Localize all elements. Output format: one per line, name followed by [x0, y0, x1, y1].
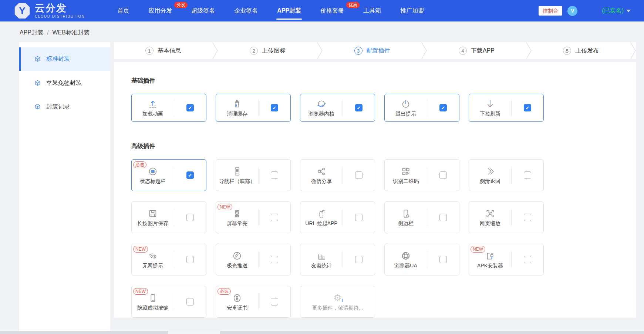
logo-letter: Y [19, 5, 25, 17]
nav-item-label: 工具箱 [363, 7, 381, 15]
step-5[interactable]: 5上传发布 [532, 42, 630, 59]
nav-item-6[interactable]: 价格套餐优惠 [311, 0, 354, 21]
pull-refresh-icon [485, 98, 496, 110]
plugin-checkbox[interactable] [186, 298, 194, 305]
plugin-card-label: 加载动画 [142, 111, 163, 117]
cube-icon [34, 56, 41, 63]
upload-animation-icon [147, 98, 158, 110]
plugin-checkbox[interactable] [271, 214, 278, 221]
plugin-checkbox[interactable] [271, 171, 278, 179]
plugin-config-panel: 基础插件 加载动画 ✔ 清理缓存 ✔ 浏览器内核 ✔ [114, 62, 636, 318]
step-2[interactable]: 2上传图标 [218, 42, 317, 59]
sidebar-item-1[interactable]: 标准封装 [19, 47, 110, 71]
plugin-card[interactable]: 必选 状态标题栏 ✔ [131, 159, 206, 191]
sidebar-item-label: 标准封装 [46, 55, 70, 63]
horizontal-scrollbar[interactable] [0, 331, 644, 334]
breadcrumb-app-package[interactable]: APP封装 [20, 29, 43, 37]
plugin-card[interactable]: NEW APK安装器 [469, 244, 544, 275]
step-3[interactable]: 3配置插件 [323, 42, 421, 59]
plugin-card[interactable]: 加载动画 ✔ [131, 94, 206, 122]
plugin-card-label: APK安装器 [477, 263, 503, 269]
nav-item-3[interactable]: 超级签名 [182, 0, 225, 21]
plugin-checkbox[interactable] [355, 171, 363, 179]
plugin-card-label: 网页缩放 [480, 220, 500, 227]
step-number: 3 [354, 47, 363, 55]
plugin-checkbox[interactable] [355, 214, 363, 221]
top-right-cluster: 控制台 V (已实名) [539, 6, 631, 16]
plugin-checkbox[interactable] [271, 298, 278, 305]
plugin-card[interactable]: 下拉刷新 ✔ [469, 94, 544, 122]
nav-item-1[interactable]: 首页 [108, 0, 139, 21]
nav-item-2[interactable]: 应用分发分发 [139, 0, 182, 21]
plugin-card[interactable]: NEW 无网提示 [131, 244, 206, 275]
plugin-checkbox[interactable] [186, 214, 194, 221]
plugin-checkbox[interactable] [524, 256, 531, 263]
step-label: 基本信息 [158, 47, 181, 55]
browser-ua-icon [400, 250, 411, 261]
plugin-checkbox[interactable]: ✔ [271, 104, 278, 111]
plugin-card[interactable]: NEW 隐藏虚拟按键 [131, 286, 206, 318]
plugin-card[interactable]: 网页缩放 [469, 201, 544, 233]
apk-installer-icon [485, 250, 496, 261]
plugin-card-label: 长按图片保存 [137, 220, 168, 227]
plugin-card[interactable]: 必选 安卓证书 [216, 286, 291, 318]
plugin-card[interactable]: 识别二维码 [384, 159, 459, 191]
plugin-card[interactable]: URL 拉起APP [300, 201, 375, 233]
plugin-card[interactable]: 侧滑返回 [469, 159, 544, 191]
nav-item-7[interactable]: 工具箱 [354, 0, 391, 21]
step-4[interactable]: 4下载APP [427, 42, 526, 59]
no-network-icon [147, 250, 158, 261]
plugin-card[interactable]: 退出提示 ✔ [384, 94, 459, 122]
step-chevron-icon [630, 42, 636, 59]
url-launch-icon [316, 208, 327, 219]
plugin-card[interactable]: 极光推送 [216, 244, 291, 275]
plugin-checkbox[interactable] [439, 171, 447, 179]
step-label: 配置插件 [367, 47, 390, 55]
horizontal-scrollbar-thumb[interactable] [168, 331, 220, 334]
console-button[interactable]: 控制台 [539, 6, 562, 16]
nav-item-5[interactable]: APP封装 [267, 0, 311, 21]
plugin-card[interactable]: 长按图片保存 [131, 201, 206, 233]
breadcrumb-current: WEB标准封装 [52, 29, 89, 37]
plugin-checkbox[interactable] [524, 214, 531, 221]
plugin-checkbox[interactable] [439, 256, 447, 263]
plugin-card[interactable]: 浏览器UA [384, 244, 459, 275]
steps-bar: 1基本信息2上传图标3配置插件4下载APP5上传发布 [114, 42, 636, 59]
step-chevron-icon [317, 42, 323, 59]
screen-bright-icon [232, 208, 243, 219]
plugin-checkbox[interactable] [271, 256, 278, 263]
sidebar-item-2[interactable]: 苹果免签封装 [19, 71, 110, 95]
plugin-card[interactable]: 浏览器内核 ✔ [300, 94, 375, 122]
nav-item-4[interactable]: 企业签名 [225, 0, 267, 21]
step-1[interactable]: 1基本信息 [114, 42, 212, 59]
sidebar-item-3[interactable]: 封装记录 [19, 95, 110, 118]
realname-dropdown[interactable]: (已实名) [602, 7, 631, 15]
plugin-checkbox[interactable]: ✔ [355, 104, 363, 111]
logo[interactable]: Y 云分发 CLOUD DISTRIBUTION [14, 3, 85, 19]
plugin-checkbox[interactable] [186, 256, 194, 263]
plugin-checkbox[interactable] [524, 171, 531, 179]
nav-item-8[interactable]: 推广加盟 [391, 0, 434, 21]
plugin-card[interactable]: 清理缓存 ✔ [216, 94, 291, 122]
sidebar-item-label: 苹果免签封装 [46, 79, 82, 87]
plugin-card[interactable]: 导航栏（底部） [216, 159, 291, 191]
plugin-checkbox[interactable]: ✔ [186, 104, 194, 111]
plugin-checkbox[interactable] [355, 256, 363, 263]
plugin-card[interactable]: 友盟统计 [300, 244, 375, 275]
nav-item-label: 企业签名 [234, 7, 258, 15]
avatar[interactable]: V [567, 6, 577, 16]
plugin-card[interactable]: NEW 屏幕常亮 [216, 201, 291, 233]
step-number: 2 [250, 47, 258, 55]
plugin-checkbox[interactable]: ✔ [186, 171, 194, 179]
plugin-card-label: 下拉刷新 [480, 111, 500, 117]
plugin-checkbox[interactable] [439, 214, 447, 221]
qrcode-scan-icon [400, 166, 411, 177]
plugin-card[interactable]: 微信分享 [300, 159, 375, 191]
plugin-card-label: 隐藏虚拟按键 [137, 305, 168, 311]
plugin-card[interactable]: 侧边栏 [384, 201, 459, 233]
android-cert-icon [232, 293, 243, 304]
browser-kernel-icon [316, 98, 327, 110]
plugin-checkbox[interactable]: ✔ [439, 104, 447, 111]
step-chevron-icon [212, 42, 218, 59]
plugin-checkbox[interactable]: ✔ [524, 104, 531, 111]
